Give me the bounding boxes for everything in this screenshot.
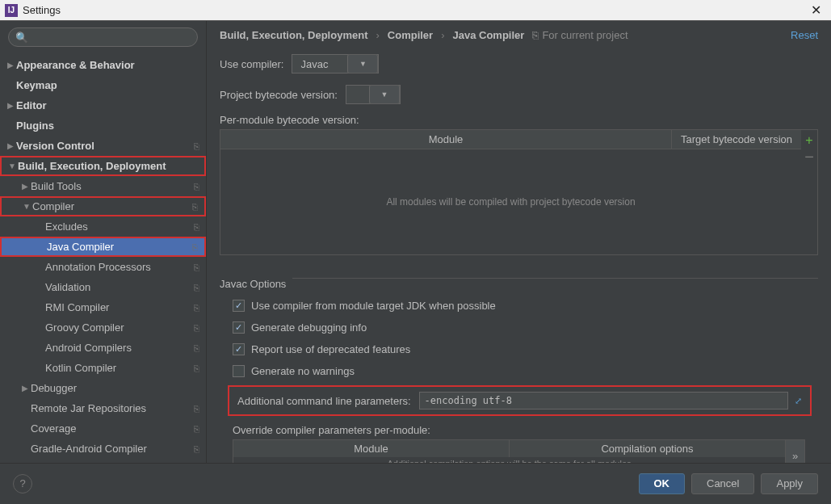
tree-item[interactable]: Coverage⎘ — [0, 418, 206, 439]
tree-item[interactable]: Remote Jar Repositories⎘ — [0, 398, 206, 418]
tree-item[interactable]: Validation⎘ — [0, 277, 206, 297]
tree-item-label: Version Control — [16, 140, 191, 152]
project-scope-icon: ⎘ — [194, 303, 199, 313]
tree-item[interactable]: Annotation Processors⎘ — [0, 257, 206, 277]
tree-item[interactable]: Debugger — [0, 378, 206, 398]
tree-item[interactable]: Editor — [0, 95, 206, 116]
project-scope-icon: ⎘ — [194, 404, 199, 414]
tree-item-label: Coverage — [31, 422, 191, 435]
search-input-wrap[interactable]: 🔍 — [8, 27, 198, 47]
project-scope-icon: ⎘ — [194, 182, 199, 191]
checkbox-icon[interactable] — [233, 300, 245, 312]
cb-deprecated[interactable]: Report use of deprecated features — [233, 343, 818, 355]
tree-item[interactable]: Groovy Compiler⎘ — [0, 317, 206, 338]
tree-item-label: Groovy Compiler — [45, 321, 191, 334]
tree-item-label: Java Compiler — [47, 241, 189, 253]
tree-arrow-icon[interactable] — [5, 61, 16, 69]
override-table: Module Compilation options Additional co… — [233, 439, 805, 463]
override-col-options: Compilation options — [510, 440, 785, 457]
cb-use-module-jdk[interactable]: Use compiler from module target JDK when… — [233, 300, 818, 312]
override-label: Override compiler parameters per-module: — [233, 424, 818, 436]
breadcrumb: Build, Execution, Deployment › Compiler … — [220, 29, 774, 41]
project-scope-icon: ⎘ — [194, 283, 199, 292]
cb-no-warnings[interactable]: Generate no warnings — [233, 365, 818, 377]
cb-debug-info[interactable]: Generate debugging info — [233, 321, 818, 334]
project-scope-icon: ⎘ — [194, 343, 199, 353]
apply-button[interactable]: Apply — [761, 473, 818, 494]
tree-arrow-icon[interactable] — [21, 202, 32, 211]
help-button[interactable]: ? — [13, 474, 32, 494]
ok-button[interactable]: OK — [639, 473, 686, 494]
tree-item-label: Compiler — [32, 200, 189, 212]
chevron-down-icon[interactable]: ▼ — [347, 54, 378, 74]
chevron-down-icon[interactable]: ▼ — [369, 85, 400, 104]
override-more-button[interactable]: » — [785, 440, 804, 463]
titlebar: IJ Settings ✕ — [0, 0, 831, 21]
project-bc-combo[interactable]: ▼ — [346, 85, 401, 104]
tree-item[interactable]: RMI Compiler⎘ — [0, 297, 206, 317]
tree-arrow-icon[interactable] — [5, 141, 16, 150]
tree-item[interactable]: Compiler⎘ — [0, 196, 206, 216]
project-scope-icon: ⎘ — [192, 202, 198, 212]
tree-item-label: Keymap — [16, 79, 199, 91]
checkbox-icon[interactable] — [233, 365, 245, 377]
tree-item[interactable]: Build, Execution, Deployment — [0, 156, 206, 176]
tree-item[interactable]: Excludes⎘ — [0, 216, 206, 237]
content-pane: Build, Execution, Deployment › Compiler … — [207, 21, 831, 463]
tree-item[interactable]: Plugins — [0, 116, 206, 136]
reset-link[interactable]: Reset — [791, 29, 818, 41]
tree-item-label: Excludes — [45, 220, 191, 233]
tree-arrow-icon[interactable] — [5, 101, 16, 110]
settings-tree: Appearance & BehaviorKeymapEditorPlugins… — [0, 53, 206, 463]
chevron-right-icon: › — [376, 29, 379, 41]
chevron-right-icon: › — [441, 29, 444, 41]
override-col-module: Module — [233, 440, 510, 457]
project-scope-icon: ⎘ — [192, 242, 198, 252]
tree-item-label: Remote Jar Repositories — [31, 402, 191, 414]
tree-item[interactable]: Keymap — [0, 75, 206, 95]
tree-item[interactable]: Version Control⎘ — [0, 136, 206, 156]
tree-item[interactable]: Build Tools⎘ — [0, 176, 206, 196]
additional-params-input[interactable] — [419, 392, 788, 410]
project-scope-icon: ⎘ — [194, 222, 199, 232]
cancel-button[interactable]: Cancel — [691, 473, 754, 494]
module-table: Module Target bytecode version All modul… — [220, 129, 818, 255]
use-compiler-combo[interactable]: Javac ▼ — [292, 54, 379, 74]
tree-item-label: Build, Execution, Deployment — [18, 160, 198, 172]
checkbox-icon[interactable] — [233, 343, 245, 355]
search-input[interactable] — [31, 32, 191, 43]
tree-item-label: Validation — [45, 281, 191, 293]
tree-item[interactable]: Android Compilers⎘ — [0, 338, 206, 358]
tree-item-label: Editor — [16, 99, 199, 111]
tree-item[interactable]: Kotlin Compiler⎘ — [0, 358, 206, 378]
tree-item-label: RMI Compiler — [45, 301, 191, 313]
tree-arrow-icon[interactable] — [19, 182, 31, 191]
tree-item-label: Android Compilers — [45, 342, 191, 354]
tree-item[interactable]: Appearance & Behavior — [0, 55, 206, 75]
tree-item[interactable]: Java Compiler⎘ — [0, 237, 206, 257]
additional-params-label: Additional command line parameters: — [237, 395, 411, 407]
tree-item-label: Appearance & Behavior — [16, 59, 199, 71]
tree-item-label: Build Tools — [31, 180, 191, 192]
for-project-badge: ⎘ For current project — [532, 29, 627, 41]
window-title: Settings — [23, 4, 806, 16]
tree-item[interactable]: Gradle-Android Compiler⎘ — [0, 439, 206, 459]
target-col-header: Target bytecode version — [672, 130, 801, 149]
tree-arrow-icon[interactable] — [6, 162, 18, 170]
module-col-header: Module — [220, 130, 672, 149]
project-scope-icon: ⎘ — [194, 424, 199, 434]
remove-module-button[interactable]: − — [804, 153, 814, 161]
tree-item-label: Gradle-Android Compiler — [31, 443, 191, 455]
close-icon[interactable]: ✕ — [806, 2, 826, 18]
project-scope-icon: ⎘ — [194, 323, 199, 333]
project-scope-icon: ⎘ — [194, 141, 199, 151]
project-bc-label: Project bytecode version: — [220, 89, 338, 101]
tree-item-label: Debugger — [31, 382, 199, 394]
checkbox-icon[interactable] — [233, 321, 245, 334]
footer: ? OK Cancel Apply — [0, 463, 831, 503]
tree-arrow-icon[interactable] — [19, 384, 31, 393]
project-scope-icon: ⎘ — [194, 262, 199, 272]
tree-item-label: Plugins — [16, 120, 199, 132]
expand-icon[interactable]: ⤢ — [795, 396, 802, 406]
add-module-button[interactable]: + — [805, 133, 812, 148]
